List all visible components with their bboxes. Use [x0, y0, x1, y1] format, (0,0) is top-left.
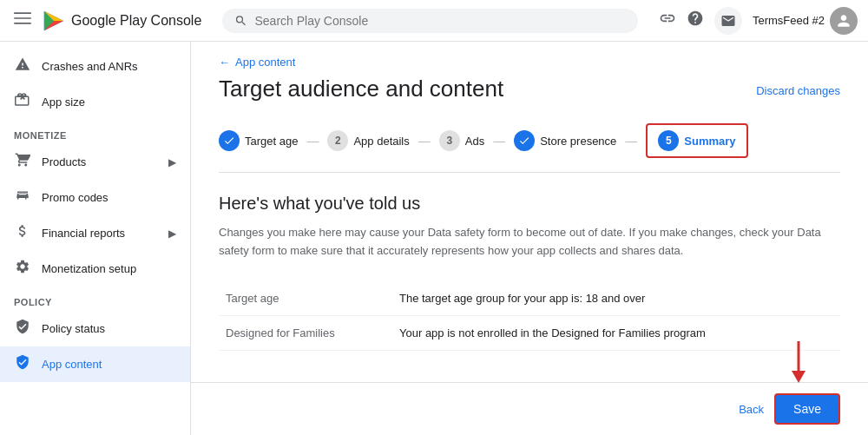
step-circle-app-details: 2: [327, 130, 348, 151]
sidebar-item-products[interactable]: Products ▶: [0, 144, 190, 180]
info-text: Changes you make here may cause your Dat…: [219, 224, 826, 260]
link-icon[interactable]: [659, 10, 676, 31]
financial-reports-icon: [14, 223, 31, 243]
avatar: [830, 7, 858, 35]
step-circle-summary: 5: [658, 130, 679, 151]
sidebar-item-app-content-label: App content: [42, 358, 102, 371]
row-value-target-age: The target age group for your app is: 18…: [392, 281, 840, 316]
sidebar-item-crashes-label: Crashes and ANRs: [42, 60, 138, 73]
search-bar: [222, 9, 638, 33]
footer: Back Save: [191, 382, 868, 435]
topbar: Google Play Console TermsFeed #2: [0, 0, 868, 42]
breadcrumb-label: App content: [235, 56, 295, 69]
stepper: Target age — 2 App details — 3 Ads: [219, 123, 840, 173]
products-icon: [14, 152, 31, 172]
table-row: Designed for Families Your app is not en…: [219, 315, 840, 350]
step-circle-store-presence: [514, 130, 535, 151]
monetization-setup-icon: [14, 259, 31, 279]
section-title: Here's what you've told us: [219, 194, 840, 214]
crashes-icon: [14, 56, 31, 76]
sidebar-item-policy-status-label: Policy status: [42, 322, 105, 335]
sidebar-item-products-label: Products: [42, 155, 86, 168]
row-label-target-age: Target age: [219, 281, 392, 316]
step-label-ads: Ads: [465, 135, 484, 148]
app-size-icon: [14, 92, 31, 112]
step-target-age[interactable]: Target age: [219, 130, 298, 151]
help-icon[interactable]: [687, 10, 704, 31]
step-circle-target-age: [219, 130, 240, 151]
table-row: Target age The target age group for your…: [219, 281, 840, 316]
step-circle-ads: 3: [439, 130, 460, 151]
sidebar-item-financial-reports-label: Financial reports: [42, 227, 125, 240]
sidebar-item-app-content[interactable]: App content: [0, 346, 190, 382]
sidebar-item-promo-codes-label: Promo codes: [42, 191, 108, 204]
page-header: Target audience and content Discard chan…: [219, 76, 840, 106]
step-summary-wrapper[interactable]: 5 Summary: [646, 123, 747, 158]
main-content: ← App content Target audience and conten…: [191, 42, 868, 382]
sidebar-item-policy-status[interactable]: Policy status: [0, 311, 190, 346]
app-content-icon: [14, 354, 31, 374]
breadcrumb[interactable]: ← App content: [219, 56, 840, 69]
step-sep-3: —: [493, 134, 505, 148]
step-sep-4: —: [625, 134, 637, 148]
svg-rect-0: [14, 12, 31, 14]
row-label-families: Designed for Families: [219, 315, 392, 350]
app-title: Google Play Console: [71, 13, 201, 29]
account-menu[interactable]: TermsFeed #2: [753, 7, 858, 35]
svg-rect-2: [14, 23, 31, 24]
notifications-icon[interactable]: [714, 7, 742, 35]
financial-reports-expand-icon: ▶: [168, 227, 176, 240]
sidebar-item-crashes[interactable]: Crashes and ANRs: [0, 49, 190, 84]
step-label-app-details: App details: [353, 135, 409, 148]
sidebar-item-monetization-setup-label: Monetization setup: [42, 262, 136, 275]
save-button[interactable]: Save: [774, 393, 840, 425]
step-label-store-presence: Store presence: [540, 135, 616, 148]
breadcrumb-arrow: ←: [219, 56, 230, 69]
monetize-label: Monetize: [0, 120, 190, 144]
topbar-actions: TermsFeed #2: [659, 7, 858, 35]
step-label-target-age: Target age: [245, 135, 298, 148]
discard-changes-button[interactable]: Discard changes: [756, 84, 840, 97]
step-ads[interactable]: 3 Ads: [439, 130, 484, 151]
sidebar-item-monetization-setup[interactable]: Monetization setup: [0, 251, 190, 287]
arrow-indicator: [788, 341, 809, 383]
promo-codes-icon: [14, 188, 31, 208]
step-store-presence[interactable]: Store presence: [514, 130, 616, 151]
sidebar-item-app-size[interactable]: App size: [0, 84, 190, 120]
sidebar-item-financial-reports[interactable]: Financial reports ▶: [0, 215, 190, 251]
policy-label: Policy: [0, 287, 190, 311]
page-title: Target audience and content: [219, 76, 503, 102]
menu-icon[interactable]: [10, 6, 35, 35]
row-value-families: Your app is not enrolled in the Designed…: [392, 315, 840, 350]
step-label-summary: Summary: [684, 135, 735, 148]
sidebar: Crashes and ANRs App size Monetize Produ…: [0, 42, 191, 435]
search-icon: [234, 14, 247, 28]
svg-marker-8: [792, 371, 806, 383]
policy-status-icon: [14, 319, 31, 339]
sidebar-item-promo-codes[interactable]: Promo codes: [0, 180, 190, 215]
sidebar-item-app-size-label: App size: [42, 96, 85, 109]
account-name: TermsFeed #2: [753, 14, 825, 27]
step-sep-2: —: [418, 134, 431, 148]
summary-table: Target age The target age group for your…: [219, 281, 840, 351]
products-expand-icon: ▶: [168, 156, 176, 168]
back-button[interactable]: Back: [739, 403, 764, 416]
step-app-details[interactable]: 2 App details: [327, 130, 409, 151]
step-sep-1: —: [306, 134, 319, 148]
search-input[interactable]: [254, 14, 625, 28]
svg-rect-1: [14, 17, 31, 19]
layout: Crashes and ANRs App size Monetize Produ…: [0, 42, 868, 435]
logo[interactable]: Google Play Console: [42, 9, 201, 33]
